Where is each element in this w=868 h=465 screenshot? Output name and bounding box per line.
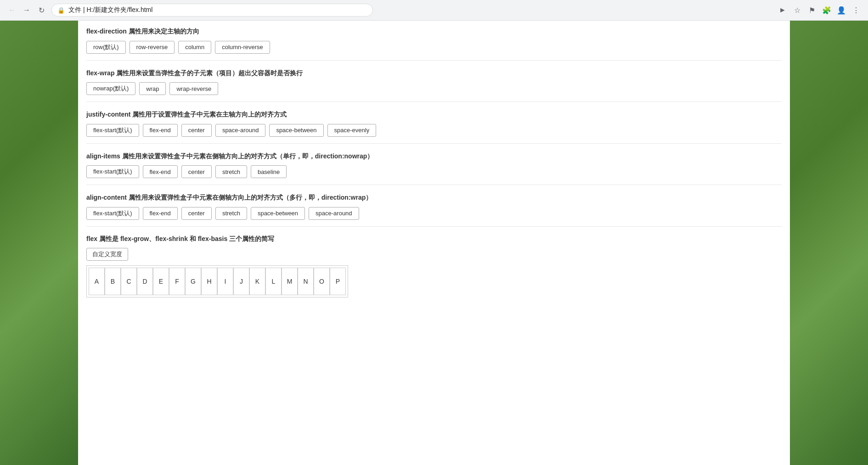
cast-button[interactable]: ►: [776, 4, 789, 17]
flex-item-p: P: [330, 268, 346, 295]
section-align-items: align-items 属性用来设置弹性盒子中元素在侧轴方向上的对齐方式（单行，…: [86, 152, 782, 185]
flex-item-i: I: [217, 268, 233, 295]
justify-content-buttons: flex-start(默认) flex-end center space-aro…: [86, 124, 782, 137]
flex-item-g: G: [185, 268, 201, 295]
align-items-title: align-items 属性用来设置弹性盒子中元素在侧轴方向上的对齐方式（单行，…: [86, 152, 782, 161]
nav-buttons: ← → ↻: [6, 4, 48, 17]
flex-box-demo: A B C D E F G H I J K L M N O P: [86, 265, 348, 297]
btn-ai-baseline[interactable]: baseline: [251, 165, 287, 178]
btn-nowrap[interactable]: nowrap(默认): [86, 82, 135, 95]
side-panel-left: [0, 21, 78, 465]
btn-ai-flex-start[interactable]: flex-start(默认): [86, 165, 139, 178]
flex-wrap-buttons: nowrap(默认) wrap wrap-reverse: [86, 82, 782, 95]
section-justify-content: justify-content 属性用于设置弹性盒子中元素在主轴方向上的对齐方式…: [86, 110, 782, 144]
btn-ac-stretch[interactable]: stretch: [215, 207, 247, 220]
btn-wrap-reverse[interactable]: wrap-reverse: [169, 82, 218, 95]
forward-button[interactable]: →: [20, 4, 33, 17]
flex-item-m: M: [282, 268, 298, 295]
btn-ac-flex-end[interactable]: flex-end: [143, 207, 178, 220]
btn-ai-center[interactable]: center: [181, 165, 212, 178]
btn-space-between[interactable]: space-between: [269, 124, 323, 137]
flex-item-h: H: [201, 268, 217, 295]
btn-space-around[interactable]: space-around: [215, 124, 266, 137]
flex-direction-buttons: row(默认) row-reverse column column-revers…: [86, 41, 782, 54]
main-layout: flex-direction 属性用来决定主轴的方向 row(默认) row-r…: [0, 21, 868, 465]
section-flex-direction: flex-direction 属性用来决定主轴的方向 row(默认) row-r…: [86, 27, 782, 61]
btn-ai-stretch[interactable]: stretch: [215, 165, 247, 178]
btn-flex-end-jc[interactable]: flex-end: [143, 124, 178, 137]
btn-ac-space-around[interactable]: space-around: [309, 207, 359, 220]
btn-ac-space-between[interactable]: space-between: [251, 207, 305, 220]
address-security-icon: 🔒: [57, 7, 65, 14]
flex-item-l: L: [265, 268, 282, 295]
flex-wrap-title: flex-wrap 属性用来设置当弹性盒子的子元素（项目）超出父容器时是否换行: [86, 69, 782, 78]
btn-flex-start-default[interactable]: flex-start(默认): [86, 124, 139, 137]
align-items-buttons: flex-start(默认) flex-end center stretch b…: [86, 165, 782, 178]
btn-ac-flex-start[interactable]: flex-start(默认): [86, 207, 139, 220]
btn-center-jc[interactable]: center: [181, 124, 212, 137]
btn-column[interactable]: column: [178, 41, 211, 54]
btn-ai-flex-end[interactable]: flex-end: [143, 165, 178, 178]
custom-width-button[interactable]: 自定义宽度: [86, 248, 128, 261]
flex-item-k: K: [249, 268, 265, 295]
address-value: H:/新建文件夹/flex.html: [86, 6, 152, 13]
align-content-title: align-content 属性用来设置弹性盒子中元素在侧轴方向上的对齐方式（多…: [86, 193, 782, 202]
flex-item-f: F: [169, 268, 185, 295]
btn-ac-center[interactable]: center: [181, 207, 212, 220]
menu-button[interactable]: ⋮: [850, 4, 862, 17]
browser-chrome: ← → ↻ 🔒 文件 | H:/新建文件夹/flex.html ► ☆ ⚑ 🧩 …: [0, 0, 868, 21]
flag-button[interactable]: ⚑: [806, 4, 818, 17]
extension-button[interactable]: 🧩: [820, 4, 833, 17]
section-flex-shorthand: flex 属性是 flex-grow、flex-shrink 和 flex-ba…: [86, 235, 782, 297]
align-content-buttons: flex-start(默认) flex-end center stretch s…: [86, 207, 782, 220]
flex-item-d: D: [137, 268, 153, 295]
btn-row-reverse[interactable]: row-reverse: [130, 41, 175, 54]
flex-item-c: C: [121, 268, 137, 295]
section-align-content: align-content 属性用来设置弹性盒子中元素在侧轴方向上的对齐方式（多…: [86, 193, 782, 227]
profile-button[interactable]: 👤: [835, 4, 848, 17]
address-bar[interactable]: 🔒 文件 | H:/新建文件夹/flex.html: [51, 4, 373, 17]
content-area: flex-direction 属性用来决定主轴的方向 row(默认) row-r…: [78, 21, 790, 465]
btn-wrap[interactable]: wrap: [139, 82, 166, 95]
btn-space-evenly[interactable]: space-evenly: [327, 124, 377, 137]
flex-shorthand-title: flex 属性是 flex-grow、flex-shrink 和 flex-ba…: [86, 235, 782, 243]
flex-item-o: O: [314, 268, 330, 295]
back-button[interactable]: ←: [6, 4, 18, 17]
address-text: 文件 | H:/新建文件夹/flex.html: [68, 6, 367, 14]
section-flex-wrap: flex-wrap 属性用来设置当弹性盒子的子元素（项目）超出父容器时是否换行 …: [86, 69, 782, 102]
toolbar-icons: ► ☆ ⚑ 🧩 👤 ⋮: [776, 4, 862, 17]
flex-item-b: B: [105, 268, 121, 295]
side-panel-right: [790, 21, 868, 465]
flex-item-e: E: [153, 268, 169, 295]
flex-item-a: A: [89, 268, 105, 295]
flex-item-j: J: [233, 268, 249, 295]
flex-direction-title: flex-direction 属性用来决定主轴的方向: [86, 27, 782, 36]
reload-button[interactable]: ↻: [35, 4, 48, 17]
flex-item-n: N: [298, 268, 314, 295]
justify-content-title: justify-content 属性用于设置弹性盒子中元素在主轴方向上的对齐方式: [86, 110, 782, 119]
bookmark-button[interactable]: ☆: [791, 4, 804, 17]
btn-row[interactable]: row(默认): [86, 41, 126, 54]
file-label: 文件: [68, 6, 81, 13]
btn-column-reverse[interactable]: column-reverse: [215, 41, 270, 54]
